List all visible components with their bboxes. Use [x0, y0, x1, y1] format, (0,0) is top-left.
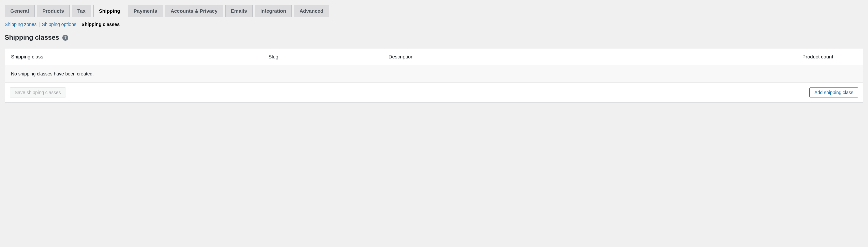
tab-tax[interactable]: Tax: [72, 5, 91, 17]
tab-integration[interactable]: Integration: [255, 5, 292, 17]
add-shipping-class-button[interactable]: Add shipping class: [809, 87, 858, 98]
tab-payments[interactable]: Payments: [128, 5, 163, 17]
subnav-shipping-options[interactable]: Shipping options: [42, 22, 76, 27]
tab-emails[interactable]: Emails: [225, 5, 253, 17]
save-button: Save shipping classes: [10, 87, 66, 98]
empty-message: No shipping classes have been created.: [5, 65, 863, 83]
page-title-row: Shipping classes ?: [5, 34, 863, 42]
table-empty-row: No shipping classes have been created.: [5, 65, 863, 83]
shipping-subnav: Shipping zones | Shipping options | Ship…: [5, 22, 863, 27]
col-header-name: Shipping class: [5, 48, 262, 65]
separator: |: [78, 22, 80, 27]
tab-advanced[interactable]: Advanced: [294, 5, 329, 17]
settings-tabs: General Products Tax Shipping Payments A…: [3, 5, 863, 17]
table-footer: Save shipping classes Add shipping class: [5, 83, 863, 102]
separator: |: [39, 22, 40, 27]
tab-products[interactable]: Products: [37, 5, 70, 17]
col-header-slug: Slug: [262, 48, 382, 65]
page-title: Shipping classes: [5, 34, 59, 42]
col-header-description: Description: [383, 48, 796, 65]
tab-general[interactable]: General: [5, 5, 35, 17]
shipping-classes-table: Shipping class Slug Description Product …: [5, 48, 863, 103]
subnav-shipping-zones[interactable]: Shipping zones: [5, 22, 37, 27]
help-icon[interactable]: ?: [62, 35, 68, 41]
subnav-shipping-classes: Shipping classes: [82, 22, 120, 27]
tab-shipping[interactable]: Shipping: [93, 5, 126, 17]
tab-accounts-privacy[interactable]: Accounts & Privacy: [165, 5, 223, 17]
col-header-count: Product count: [796, 48, 863, 65]
